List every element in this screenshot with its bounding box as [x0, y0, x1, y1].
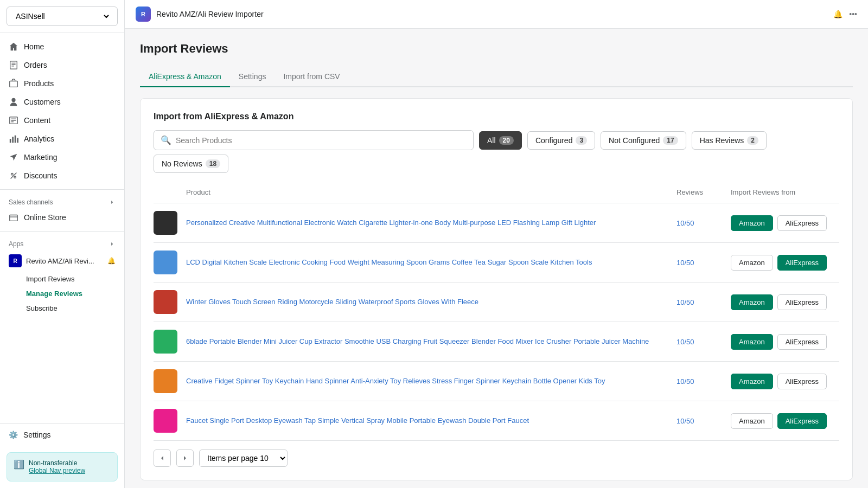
- apps-label: Apps: [0, 236, 124, 250]
- import-card: Import from AliExpress & Amazon 🔍 All 20…: [140, 98, 853, 480]
- filters-row: 🔍 All 20 Configured 3 Not Configured 17 …: [154, 130, 839, 150]
- btn-aliexpress-5[interactable]: AliExpress: [777, 374, 827, 389]
- nav-content[interactable]: Content: [0, 111, 124, 130]
- bell-icon: 🔔: [107, 257, 116, 265]
- btn-amazon-4[interactable]: Amazon: [731, 334, 773, 350]
- btn-amazon-2[interactable]: Amazon: [731, 255, 773, 271]
- btn-amazon-6[interactable]: Amazon: [731, 413, 773, 429]
- reviews-count-4[interactable]: 10/50: [676, 338, 694, 346]
- btn-aliexpress-2[interactable]: AliExpress: [777, 255, 827, 271]
- reviews-count-2[interactable]: 10/50: [676, 259, 694, 267]
- next-page-button[interactable]: [176, 450, 194, 467]
- home-icon: [9, 42, 18, 52]
- tab-aliexpress-amazon[interactable]: AliExpress & Amazon: [140, 67, 230, 87]
- product-thumb-4: [154, 330, 177, 354]
- svg-rect-12: [17, 138, 18, 143]
- table-row: 6blade Portable Blender Mini Juicer Cup …: [154, 322, 839, 362]
- nav-orders[interactable]: Orders: [0, 56, 124, 74]
- sub-nav-import-reviews[interactable]: Import Reviews: [17, 272, 124, 286]
- prev-page-button[interactable]: [154, 450, 171, 467]
- search-icon: 🔍: [161, 135, 171, 145]
- app-revito-icon: R: [9, 254, 22, 267]
- filter-not-configured[interactable]: Not Configured 17: [601, 131, 686, 150]
- filter-has-reviews[interactable]: Has Reviews 2: [692, 131, 767, 150]
- search-input[interactable]: [176, 136, 467, 145]
- svg-point-13: [11, 174, 14, 176]
- product-name-2[interactable]: LCD Digital Kitchen Scale Electronic Coo…: [186, 258, 676, 267]
- sidebar: ASINsell Home Orders Products: [0, 0, 125, 488]
- reviews-count-3[interactable]: 10/50: [676, 298, 694, 306]
- btn-amazon-5[interactable]: Amazon: [731, 374, 773, 389]
- sub-nav-manage-reviews[interactable]: Manage Reviews: [17, 286, 124, 301]
- marketing-icon: [9, 152, 18, 162]
- app-sub-nav: Import Reviews Manage Reviews Subscribe: [0, 272, 124, 316]
- product-name-5[interactable]: Creative Fidget Spinner Toy Keychain Han…: [186, 376, 676, 386]
- col-product: Product: [186, 188, 676, 196]
- btn-amazon-3[interactable]: Amazon: [731, 294, 773, 310]
- reviews-count-5[interactable]: 10/50: [676, 377, 694, 386]
- filter-configured[interactable]: Configured 3: [527, 131, 595, 150]
- nav-discounts[interactable]: Discounts: [0, 166, 124, 185]
- filter-no-reviews[interactable]: No Reviews 18: [154, 155, 228, 173]
- svg-rect-16: [10, 215, 17, 221]
- product-thumb-2: [154, 251, 177, 274]
- settings-icon: ⚙️: [9, 431, 18, 439]
- nav-online-store[interactable]: Online Store: [0, 208, 124, 227]
- btn-aliexpress-6[interactable]: AliExpress: [777, 413, 827, 429]
- table-row: Faucet Single Port Desktop Eyewash Tap S…: [154, 401, 839, 441]
- main-content: R Revito AMZ/Ali Review Importer 🔔 ••• I…: [125, 0, 868, 488]
- tab-settings[interactable]: Settings: [230, 67, 275, 87]
- nav-home[interactable]: Home: [0, 37, 124, 56]
- items-per-page-select[interactable]: Items per page 10 Items per page 25 Item…: [199, 450, 288, 467]
- sales-channels-section: Sales channels Online Store: [0, 189, 124, 231]
- btn-amazon-1[interactable]: Amazon: [731, 215, 773, 231]
- items-per-page[interactable]: Items per page 10 Items per page 25 Item…: [199, 450, 288, 467]
- nav-customers[interactable]: Customers: [0, 93, 124, 111]
- content-icon: [9, 115, 18, 125]
- product-image-1: [154, 211, 186, 235]
- import-buttons-2: Amazon AliExpress: [731, 255, 839, 271]
- search-box[interactable]: 🔍: [154, 130, 474, 150]
- nav-analytics[interactable]: Analytics: [0, 130, 124, 148]
- nav-marketing[interactable]: Marketing: [0, 148, 124, 166]
- notification-icon[interactable]: 🔔: [833, 10, 843, 18]
- product-image-2: [154, 251, 186, 274]
- filter-all-badge: 20: [499, 136, 514, 145]
- filter-has-reviews-badge: 2: [747, 136, 758, 145]
- btn-aliexpress-1[interactable]: AliExpress: [777, 215, 827, 231]
- btn-aliexpress-4[interactable]: AliExpress: [777, 334, 827, 350]
- product-name-4[interactable]: 6blade Portable Blender Mini Juicer Cup …: [186, 337, 676, 346]
- table-row: Personalized Creative Multifunctional El…: [154, 203, 839, 243]
- product-name-1[interactable]: Personalized Creative Multifunctional El…: [186, 218, 676, 228]
- filter-all[interactable]: All 20: [479, 131, 522, 150]
- more-options-icon[interactable]: •••: [849, 10, 857, 18]
- top-bar-left: R Revito AMZ/Ali Review Importer: [136, 7, 264, 22]
- sub-nav-subscribe[interactable]: Subscribe: [17, 301, 124, 316]
- filter-configured-badge: 3: [576, 136, 587, 145]
- app-item-revito[interactable]: R Revito AMZ/Ali Revi... 🔔: [0, 250, 124, 272]
- preview-link[interactable]: Global Nav preview: [29, 467, 85, 474]
- import-buttons-6: Amazon AliExpress: [731, 413, 839, 429]
- product-name-3[interactable]: Winter Gloves Touch Screen Riding Motorc…: [186, 297, 676, 307]
- settings-item[interactable]: ⚙️ Settings: [0, 424, 124, 446]
- tab-import-csv[interactable]: Import from CSV: [275, 67, 348, 87]
- nav-products[interactable]: Products: [0, 74, 124, 93]
- svg-rect-10: [12, 137, 14, 143]
- app-logo: R: [136, 7, 151, 22]
- product-thumb-3: [154, 290, 177, 314]
- svg-rect-11: [15, 136, 16, 143]
- btn-aliexpress-3[interactable]: AliExpress: [777, 294, 827, 310]
- store-selector[interactable]: ASINsell: [0, 0, 124, 33]
- discounts-icon: [9, 171, 18, 181]
- product-name-6[interactable]: Faucet Single Port Desktop Eyewash Tap S…: [186, 416, 676, 426]
- import-buttons-5: Amazon AliExpress: [731, 374, 839, 389]
- page-title: Import Reviews: [140, 42, 853, 56]
- reviews-count-1[interactable]: 10/50: [676, 219, 694, 227]
- import-buttons-4: Amazon AliExpress: [731, 334, 839, 350]
- products-icon: [9, 79, 18, 88]
- svg-rect-4: [10, 81, 17, 87]
- product-image-5: [154, 369, 186, 393]
- product-thumb-5: [154, 369, 177, 393]
- store-dropdown[interactable]: ASINsell: [14, 11, 111, 21]
- reviews-count-6[interactable]: 10/50: [676, 417, 694, 425]
